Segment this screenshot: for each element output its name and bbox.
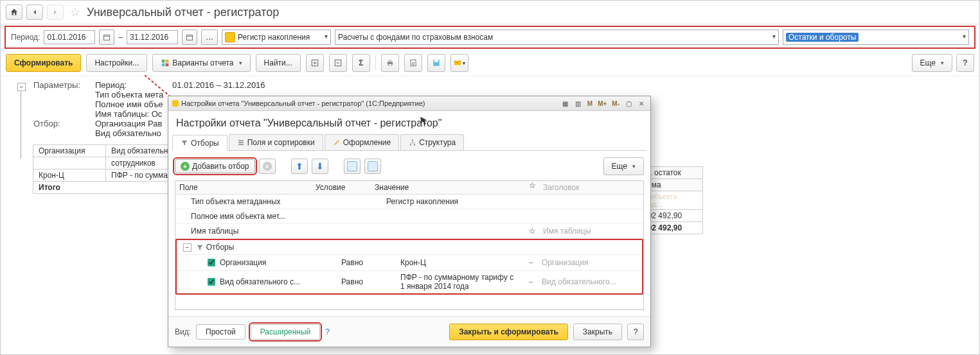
tool-icon-1[interactable] — [344, 159, 361, 174]
svg-rect-27 — [410, 144, 411, 146]
back-button[interactable] — [26, 4, 43, 20]
row-checkbox[interactable] — [208, 259, 215, 266]
row-org: Крон-Ц — [33, 169, 106, 182]
settings-button[interactable]: Настройки... — [86, 54, 147, 72]
mode-value: Остатки и обороты — [786, 33, 859, 42]
funnel-icon — [181, 139, 188, 147]
generate-label: Сформировать — [14, 58, 73, 67]
sum-icon[interactable]: Σ — [352, 54, 370, 72]
add-filter-button[interactable]: + Добавить отбор — [175, 159, 255, 173]
close-gen-label: Закрыть и сформировать — [459, 327, 558, 336]
period-ellipsis-button[interactable]: … — [201, 30, 218, 45]
grid-row-filters[interactable]: − Отборы — [177, 240, 642, 255]
tb-min-icon[interactable]: ▢ — [623, 98, 634, 108]
svg-rect-28 — [414, 144, 415, 146]
close-and-generate-button[interactable]: Закрыть и сформировать — [449, 324, 568, 340]
cell-field: Полное имя объекта мет... — [175, 210, 323, 223]
full-name: Полное имя объе — [95, 100, 163, 109]
modal-footer: Вид: Простой Расширенный ? Закрыть и сфо… — [168, 316, 650, 347]
arrow-up-icon: ⬆ — [295, 162, 304, 171]
grid-row[interactable]: Имя таблицы ☆Имя таблицы — [175, 224, 643, 239]
collapse-all-icon[interactable] — [329, 54, 347, 72]
svg-rect-26 — [412, 140, 413, 141]
modal-heading: Настройки отчета "Универсальный отчет - … — [176, 117, 643, 129]
toolbar: Сформировать Настройки... Варианты отчет… — [1, 50, 979, 76]
cell-field: Имя таблицы — [175, 225, 323, 238]
mode-simple-button[interactable]: Простой — [196, 324, 245, 340]
save-icon[interactable] — [427, 54, 445, 72]
more-label: Еще — [920, 58, 936, 67]
cell-cond: Равно — [337, 275, 396, 288]
period-dash: – — [118, 33, 123, 42]
more-button[interactable]: Еще▾ — [912, 54, 952, 72]
mode-advanced-label: Расширенный — [260, 327, 311, 336]
svg-rect-5 — [166, 60, 169, 63]
footer-help-link[interactable]: ? — [325, 327, 330, 336]
tb-calc-icon[interactable]: ▦ — [560, 98, 571, 108]
row-checkbox[interactable] — [208, 278, 215, 286]
tb-close-icon[interactable]: ✕ — [636, 98, 646, 108]
cell-field: Организация — [220, 258, 266, 267]
cell-val: Регистр накопления — [382, 195, 525, 208]
preview-icon[interactable] — [404, 54, 422, 72]
generate-button[interactable]: Сформировать — [6, 54, 81, 72]
grid-row[interactable]: Полное имя объекта мет... — [175, 209, 643, 224]
register-icon — [225, 32, 235, 42]
close-button[interactable]: Закрыть — [573, 324, 622, 340]
add-filter-label: Добавить отбор — [192, 162, 249, 171]
mode-combo[interactable]: Остатки и обороты ▾ — [783, 30, 969, 45]
variants-button[interactable]: Варианты отчета▾ — [152, 54, 250, 72]
mode-advanced-button[interactable]: Расширенный — [251, 324, 321, 340]
filter-more-button[interactable]: Еще▾ — [603, 157, 644, 175]
svg-rect-14 — [388, 60, 391, 62]
grid-row[interactable]: Организация Равно Крон-Ц – Организация — [177, 255, 642, 271]
modal-titlebar[interactable]: Настройки отчета "Универсальный отчет - … — [168, 96, 650, 111]
svg-rect-24 — [238, 143, 244, 144]
settings-label: Настройки... — [94, 58, 139, 67]
favorite-star-icon[interactable]: ☆ — [70, 5, 80, 19]
period-from-calendar-icon[interactable] — [99, 30, 114, 45]
move-up-button[interactable]: ⬆ — [291, 159, 308, 174]
tab-body: + Добавить отбор × ⬆ ⬇ Еще▾ Поле Условие — [168, 151, 650, 316]
expand-all-icon[interactable] — [306, 54, 324, 72]
group-col-header: Организация — [33, 145, 106, 157]
register-combo[interactable]: Расчеты с фондами по страховым взносам ▾ — [335, 30, 779, 45]
tb-mplus[interactable]: M+ — [596, 100, 608, 107]
hdr-dash: ☆ — [525, 181, 539, 194]
period-from-input[interactable]: 01.01.2016 — [44, 30, 95, 44]
tool-icon-2[interactable] — [364, 159, 381, 174]
tb-m[interactable]: M — [586, 100, 594, 107]
find-label: Найти... — [264, 58, 292, 67]
collapse-icon[interactable]: − — [183, 243, 192, 252]
svg-rect-25 — [238, 144, 244, 146]
tb-mminus[interactable]: M- — [610, 100, 621, 107]
register-value: Расчеты с фондами по страховым взносам — [338, 33, 493, 42]
tb-calendar-icon[interactable]: ▥ — [573, 98, 584, 108]
register-type-combo[interactable]: Регистр накопления ▾ — [222, 30, 331, 45]
mode-simple-label: Простой — [206, 327, 236, 336]
period-to-value: 31.12.2016 — [130, 33, 168, 42]
tab-design[interactable]: Оформление — [325, 134, 399, 150]
email-icon[interactable]: ▾ — [450, 54, 468, 72]
help-icon[interactable]: ? — [956, 54, 974, 72]
tab-filters[interactable]: Отборы — [172, 135, 227, 151]
modal-tabs: Отборы Поля и сортировки Оформление Стру… — [172, 134, 646, 151]
tree-collapse-button[interactable]: − — [17, 83, 26, 91]
print-icon[interactable] — [381, 54, 399, 72]
grid-row[interactable]: Тип объекта метаданных Регистр накоплени… — [175, 195, 643, 209]
delete-filter-button[interactable]: × — [259, 159, 276, 174]
move-down-button[interactable]: ⬇ — [312, 159, 328, 174]
tab-fields[interactable]: Поля и сортировки — [229, 134, 323, 150]
period-to-calendar-icon[interactable] — [182, 30, 197, 45]
plus-icon: + — [181, 162, 190, 171]
funnel-small-icon — [196, 244, 204, 252]
find-button[interactable]: Найти... — [256, 54, 301, 72]
tab-structure[interactable]: Структура — [400, 134, 464, 150]
home-button[interactable] — [6, 4, 22, 20]
period-to-input[interactable]: 31.12.2016 — [127, 30, 178, 44]
tab-structure-label: Структура — [419, 138, 456, 147]
svg-rect-15 — [388, 64, 391, 66]
footer-help-button[interactable]: ? — [627, 324, 644, 340]
forward-button[interactable] — [47, 4, 64, 20]
grid-row[interactable]: Вид обязательного с... Равно ПФР - по су… — [177, 271, 642, 293]
